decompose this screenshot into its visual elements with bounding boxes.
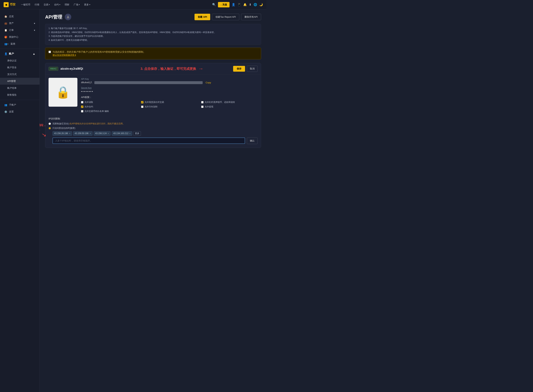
theme-icon[interactable]: 🌙 (259, 3, 263, 6)
api-key-label: API Key (81, 78, 258, 80)
delete-all-api-button[interactable]: 删除所有API (241, 14, 261, 20)
page-title-area: API管理 (45, 14, 71, 20)
ip-tag-3-remove[interactable]: ✕ (107, 132, 109, 135)
nav-item-more[interactable]: 更多 ▾ (82, 2, 92, 7)
security-control-link[interactable]: 默认安全控制措施详情 ▾ (53, 54, 146, 57)
search-icon[interactable]: 🔍 (212, 3, 216, 6)
sidebar-item-account-security[interactable]: 账户安全 (0, 64, 40, 71)
account-icon: 👤 (4, 52, 7, 55)
perm-margin-borrow: 允许杠杆质押借币、还款和划转 (201, 101, 258, 104)
page-header-actions: 创建 API 创建Tax Report API 删除所有API (195, 14, 261, 20)
ip-trusted-radio[interactable] (49, 127, 51, 129)
sidebar-item-rewards[interactable]: 🎁 奖励中心 (0, 33, 40, 40)
sidebar-item-referral[interactable]: 👥+ 返佣 (0, 40, 40, 47)
ip-tag-2: 43.159.50.196 ✕ (73, 131, 93, 136)
create-tax-report-button[interactable]: 创建Tax Report API (212, 14, 239, 20)
save-button[interactable]: 保存 (233, 66, 245, 72)
ip-tag-2-remove[interactable]: ✕ (89, 132, 91, 135)
notice-3: 3. 为提高您账户的安全性，建议仅授予可信IP以访问权限。 (49, 34, 258, 38)
perm-withdraw: 允许提现 (201, 105, 258, 108)
sidebar-item-assets[interactable]: 💼 资产 ▾ (0, 20, 40, 27)
sidebar-item-payment[interactable]: 支付方式 (0, 71, 40, 78)
nav-item-earn[interactable]: 理财 (63, 2, 71, 7)
bell-icon[interactable]: 🔔 (243, 3, 247, 6)
sidebar-item-settings[interactable]: ⚙️ 设置 (0, 108, 40, 115)
perm-transfer-checkbox[interactable] (141, 106, 144, 108)
notices: 1. 每个账户最多可以创建 30 个 API Key。 2. 请勿将您的API密… (45, 24, 261, 45)
sidebar-item-orders[interactable]: 📋 订单 ▾ (0, 27, 40, 33)
ip-tags: 43.156.26.196 ✕ 43.159.50.196 ✕ 43.156.3… (52, 131, 258, 136)
perm-withdraw-checkbox[interactable] (201, 106, 204, 108)
header-actions: 🔍 ↓ 充值 👤 📱 🔔 ⬇ 🌐 🌙 (212, 2, 263, 7)
notice-1: 1. 每个账户最多可以创建 30 个 API Key。 (49, 27, 258, 31)
ip-input-field[interactable] (52, 138, 245, 144)
api-name: aicoin-eyJraWQi (60, 67, 83, 70)
annotation-3-text: 3. 点击保存，输入验证，即可完成更换 (141, 67, 196, 71)
nav-item-buy[interactable]: 一键买币 (19, 2, 32, 7)
sidebar-item-report[interactable]: 财务报告 (0, 92, 40, 98)
ip-tag-4-remove[interactable]: ✕ (129, 132, 131, 135)
deposit-button[interactable]: ↓ 充值 (218, 2, 230, 7)
ip-tag-4: 43.134.163.212 ✕ (112, 131, 132, 136)
perm-futures-checkbox[interactable] (81, 106, 83, 108)
ip-tag-1: 43.156.26.196 ✕ (52, 131, 72, 136)
notice-2: 2. 请勿将您的API密钥、HMAC密钥、Ed25519或RSA私钥透露给任何人… (49, 31, 258, 34)
ip-option-trusted: 只访问受信任的IP(推荐) (49, 127, 258, 130)
sidebar-item-subaccount[interactable]: 👥 子账户 (0, 101, 40, 108)
security-control-checkbox[interactable] (49, 51, 51, 53)
notice-4: 4. 如未完成KYC，您将无法创建API密钥。 (49, 38, 258, 42)
create-api-button[interactable]: 创建 API (195, 14, 210, 20)
checkbox-banner-text: 勾选此框后，您的主账户和子账户上的所有现有API密钥都将受默认安全控制措施的限制… (53, 50, 146, 54)
settings-icon: ⚙️ (4, 110, 7, 113)
subaccount-icon: 👥 (4, 104, 7, 106)
perm-spot-margin-checkbox[interactable] (141, 101, 144, 103)
sidebar-item-statement[interactable]: 账户结单 (0, 85, 40, 92)
sidebar-divider-1 (0, 49, 40, 49)
sidebar-item-kyc[interactable]: 身份认证 (0, 57, 40, 64)
perm-futures: 允许合约 (81, 105, 138, 108)
perm-margin-borrow-checkbox[interactable] (201, 101, 204, 103)
permissions-label: API权限： (81, 96, 258, 99)
ip-confirm-button[interactable]: 确认 (247, 138, 258, 144)
logo[interactable]: ◆ 币安 (4, 2, 15, 7)
sidebar-item-api[interactable]: API管理 (0, 78, 40, 85)
sidebar-item-overview[interactable]: 🏠 总览 (0, 13, 40, 20)
cancel-button[interactable]: 取消 (247, 66, 258, 72)
nav-item-market[interactable]: 行情 (33, 2, 41, 7)
perm-read: 允许读取 (81, 101, 138, 104)
wallet-icon[interactable]: 📱 (237, 3, 241, 6)
api-card-left: HMAC aicoin-eyJraWQi (49, 67, 83, 71)
ip-tag-3: 43.156.3.24 ✕ (94, 131, 111, 136)
main-layout: 🏠 总览 💼 资产 ▾ 📋 订单 ▾ 🎁 奖励中心 👥+ 返佣 👤 账户 (0, 9, 267, 392)
perm-spot-margin: 允许现货及杠杆交易 (141, 101, 198, 104)
api-details: API Key d0ukeUjl Copy Secret Key •••••••… (81, 78, 258, 115)
svg-point-0 (67, 16, 69, 17)
perm-whitelist: 允许交易币对白名单 编辑 (81, 110, 138, 113)
annotation-2-arrow: ↘ (41, 131, 51, 138)
perm-read-checkbox[interactable] (81, 101, 83, 103)
checkbox-banner: 勾选此框后，您的主账户和子账户上的所有现有API密钥都将受默认安全控制措施的限制… (45, 48, 261, 59)
main-nav: 一键买币 行情 交易 ▾ 合约 ▾ 理财 广场 ▾ 更多 ▾ (19, 2, 212, 7)
sidebar-item-account[interactable]: 👤 账户 ▲ (0, 50, 40, 57)
ip-section: IP访问限制 无限制(缺乏安全) 此API密钥允许从任何IP地址进行访问，因此不… (45, 117, 261, 144)
page-title: API管理 (45, 14, 62, 20)
rewards-icon: 🎁 (4, 36, 7, 38)
permissions-grid: 允许读取 允许现货及杠杆交易 允许杠杆质押借币、还款和划转 允许合约 (81, 101, 258, 113)
globe-icon[interactable]: 🌐 (254, 3, 257, 6)
ip-more-button[interactable]: 更多 (133, 131, 141, 136)
copy-api-key-button[interactable]: Copy (205, 81, 211, 84)
download-icon[interactable]: ⬇ (249, 3, 251, 6)
user-icon[interactable]: 👤 (232, 3, 235, 6)
api-card: HMAC aicoin-eyJraWQi 3. 点击保存，输入验证，即可完成更换… (45, 63, 261, 148)
hmac-badge: HMAC (49, 67, 58, 71)
lock-image: 🔒 (49, 78, 77, 107)
nav-item-trade[interactable]: 交易 ▾ (42, 2, 52, 7)
nav-item-square[interactable]: 广场 ▾ (72, 2, 82, 7)
ip-unrestricted-radio[interactable] (49, 122, 51, 125)
perm-whitelist-checkbox[interactable] (81, 110, 83, 112)
ip-tag-1-remove[interactable]: ✕ (69, 132, 70, 135)
page-header: API管理 创建 API 创建Tax Report API 删除所有API (45, 14, 261, 20)
api-card-body: 🔒 API Key d0ukeUjl Copy Secret Key (45, 75, 261, 115)
nav-item-futures[interactable]: 合约 ▾ (52, 2, 62, 7)
ip-warning-text: 此API密钥允许从任何IP地址进行访问，因此不建议启用。 (70, 122, 125, 125)
